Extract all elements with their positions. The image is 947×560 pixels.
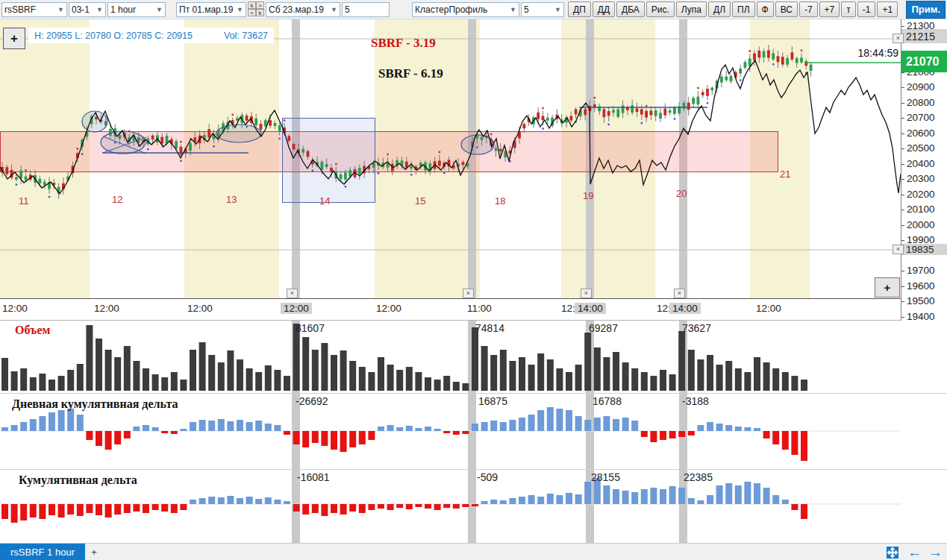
divider-close-icon[interactable]: × [287,289,298,298]
date-nav-key[interactable]: < [248,9,256,16]
cumulative-delta-bar [237,498,243,504]
date-nav-keys[interactable]: k><k [248,1,264,17]
volume-bar [434,380,441,391]
daily-delta-bar [584,420,591,431]
daily-delta-bar [171,431,178,434]
volume-bar [556,368,563,391]
volume-bar [772,368,779,391]
pattern-ellipse [101,131,146,154]
volume-bar [359,367,366,391]
candle-body [763,51,766,57]
delta-dot [674,118,676,120]
price-axis[interactable]: 21215 21070 19835 2130021000209002080020… [901,19,947,321]
daily-delta-bar [556,409,563,431]
time-label: 14:00 [669,303,701,314]
toolbar-button--7[interactable]: -7 [799,1,818,17]
candle-body [612,110,615,113]
cumulative-delta-bar [321,504,328,516]
volume-bar [124,346,131,391]
session-number: 15 [415,195,425,207]
candle-body [522,124,525,128]
volume-bar [67,370,74,391]
time-label: 12:00 [187,303,213,314]
divider-close-icon[interactable]: × [463,289,474,298]
indicator-select[interactable]: КластерПрофиль▼ [412,2,519,17]
price-tick-label: 20300 [907,173,935,184]
current-price-badge: 21070 [901,51,947,72]
volume-bar [396,370,403,391]
daily-delta-bar [396,427,403,431]
indicator-param-select[interactable]: 5▼ [521,2,564,17]
toolbar-button-+7[interactable]: +7 [819,1,840,17]
volume-bar [584,333,591,391]
main-toolbar: rsSBRF▼ 03-1▼ 1 hour▼ Пт 01.мар.19▼ k><k… [0,0,947,19]
toolbar-button-дл[interactable]: ДЛ [708,1,731,17]
daily-delta-bar [321,431,328,446]
symbol-select[interactable]: rsSBRF▼ [1,2,67,17]
add-tab-button[interactable]: + [87,545,101,559]
panel-value-label: 73627 [682,322,711,334]
toolbar-button-дп[interactable]: ДП [568,1,591,17]
date-nav-key[interactable]: k [256,9,264,16]
daily-delta-bar [763,431,770,438]
toolbar-button--1[interactable]: -1 [857,1,876,17]
time-axis[interactable]: 12:0012:0012:0012:0012:0011:0012:0014:00… [0,298,901,321]
toolbar-button-пл[interactable]: ПЛ [732,1,755,17]
toolbar-button-лупа[interactable]: Лупа [676,1,707,17]
volume-bar [58,376,65,391]
cumulative-delta-bar [631,492,638,504]
toolbar-button-ф[interactable]: Ф [757,1,774,17]
volume-bar [622,362,629,391]
daily-delta-bar [575,416,582,431]
zoom-in-button[interactable]: + [3,28,25,49]
toolbar-button-дд[interactable]: ДД [593,1,615,17]
expand-axis-button[interactable]: + [875,277,900,298]
price-level-badge-low: 19835 [901,244,947,255]
scroll-left-icon[interactable]: ← [907,544,922,560]
volume-bar [575,365,582,391]
daily-delta-bar [331,431,337,450]
fullscreen-icon[interactable] [887,547,898,559]
contract-select[interactable]: 03-1▼ [69,2,106,17]
toolbar-button-+1[interactable]: +1 [877,1,898,17]
toolbar-button-дба[interactable]: ДБА [616,1,645,17]
cumulative-delta-bar [114,504,121,515]
toolbar-button-row: ДПДДДБАРис.ЛупаДЛПЛФВС-7+7т-1+1 [568,1,898,17]
date-nav-key[interactable]: > [256,1,264,9]
daily-delta-bar [519,418,525,431]
tab-rssbrf-1hour[interactable]: rsSBRF 1 hour [0,544,85,560]
candle-body [278,125,281,131]
cumulative-delta-bar [772,495,779,504]
toolbar-button-вс[interactable]: ВС [775,1,798,17]
daily-delta-bar [716,424,723,431]
timeframe-select[interactable]: 1 hour▼ [107,2,166,17]
tick-mark [901,26,904,27]
candle-body [260,124,263,130]
daily-delta-bar [594,418,601,431]
date-nav-key[interactable]: k [248,1,256,9]
daily-delta-bar [678,431,685,437]
daily-delta-bar [20,422,27,431]
candle-body [725,77,728,81]
candle-body [720,77,723,83]
level-close-icon[interactable]: × [893,245,904,254]
date-to-select[interactable]: Сб 23.мар.19▼ [266,2,340,17]
chevron-down-icon: ▼ [510,6,516,13]
date-from-select[interactable]: Пт 01.мар.19▼ [176,2,246,17]
cumulative-delta-bar [143,504,149,513]
toolbar-button-рис[interactable]: Рис. [646,1,675,17]
bars-count-input[interactable] [342,2,390,17]
divider-close-icon[interactable]: × [674,289,685,298]
candle-body [160,137,163,144]
scroll-right-icon[interactable]: → [928,544,943,560]
cumulative-delta-bar [378,504,384,509]
delta-dot [749,50,751,52]
divider-close-icon[interactable]: × [581,289,592,298]
level-close-icon[interactable]: × [893,34,904,43]
delta-dot [180,141,182,143]
cumulative-delta-bar [161,504,168,512]
delta-dot [697,87,699,89]
candle-body [330,168,333,172]
notes-button[interactable]: Прим. [906,1,946,19]
toolbar-button-т[interactable]: т [841,1,856,17]
